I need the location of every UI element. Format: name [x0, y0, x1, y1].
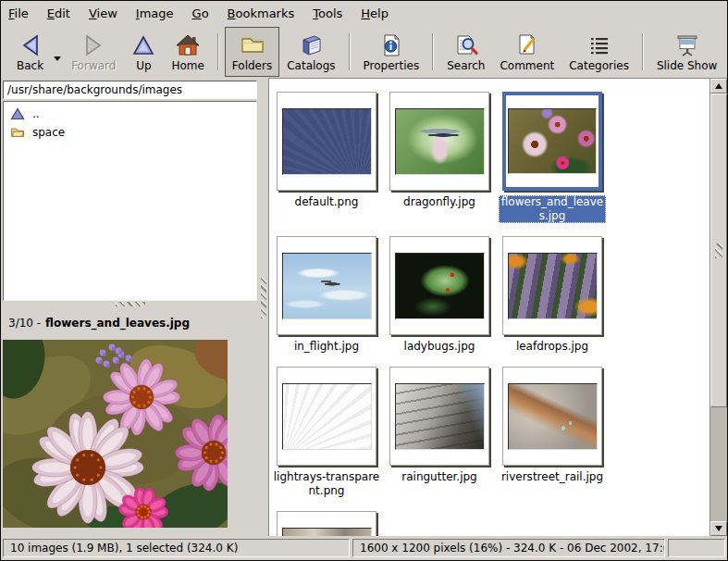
file-cell: lightrays-transparent.png — [277, 367, 376, 498]
thumbnail[interactable] — [389, 92, 489, 191]
forward-button[interactable]: Forward — [64, 27, 123, 77]
home-icon — [175, 32, 201, 58]
thumbnail[interactable] — [502, 236, 602, 335]
toolbar-button-label: Properties — [364, 59, 420, 72]
selection-filename: flowers_and_leaves.jpg — [45, 317, 190, 330]
file-cell: riverstreet_rail.jpg — [502, 367, 602, 498]
thumbnail[interactable] — [502, 367, 602, 466]
menu-bar: FileEditViewImageGoBookmarksToolsHelp — [1, 1, 727, 26]
catalogs-button[interactable]: Catalogs — [279, 27, 342, 77]
file-name[interactable]: in_flight.jpg — [273, 340, 380, 354]
menu-image[interactable]: Image — [129, 3, 181, 24]
folders-icon — [240, 32, 265, 58]
menu-help[interactable]: Help — [353, 3, 396, 24]
back-button[interactable]: Back — [9, 27, 51, 77]
vertical-pane-handle[interactable] — [1, 301, 259, 307]
folder-item-label: space — [32, 126, 65, 139]
file-name[interactable]: leafdrops.jpg — [499, 340, 606, 354]
thumbnail[interactable] — [502, 92, 602, 191]
properties-button[interactable]: Properties — [356, 27, 427, 77]
comment-icon — [514, 32, 540, 58]
thumbnail-image — [282, 383, 372, 450]
toolbar: BackForwardUpHomeFoldersCatalogsProperti… — [1, 26, 727, 78]
toolbar-button-label: Slide Show — [657, 59, 717, 72]
thumbnail[interactable] — [389, 236, 489, 335]
thumbnail-image — [282, 108, 372, 175]
file-name[interactable]: riverstreet_rail.jpg — [499, 470, 606, 484]
catalogs-icon — [298, 32, 324, 58]
selection-position: 3/10 - — [8, 317, 41, 330]
up-folder-icon — [10, 107, 25, 120]
toolbar-button-label: Home — [171, 59, 204, 72]
file-name[interactable]: default.png — [273, 195, 380, 209]
search-button[interactable]: Search — [439, 27, 492, 77]
thumbnail[interactable] — [277, 92, 376, 191]
comment-button[interactable]: Comment — [492, 27, 561, 77]
menu-bookmarks[interactable]: Bookmarks — [220, 3, 302, 24]
vertical-scrollbar[interactable] — [709, 79, 727, 536]
toolbar-button-label: Forward — [71, 59, 116, 72]
thumbnail-grid: default.pngdragonfly.jpgflowers_and_leav… — [269, 79, 710, 536]
file-name[interactable]: lightrays-transparent.png — [273, 470, 380, 498]
toolbar-button-label: Comment — [500, 59, 554, 72]
toolbar-button-label: Categories — [569, 59, 629, 72]
file-name[interactable]: ladybugs.jpg — [386, 340, 493, 354]
properties-icon — [378, 32, 404, 58]
toolbar-separator — [432, 33, 434, 70]
thumbnail-image — [282, 253, 372, 319]
toolbar-button-label: Folders — [232, 59, 272, 72]
preview-image — [1, 338, 259, 536]
scroll-up-button[interactable] — [710, 79, 727, 94]
toolbar-button-label: Catalogs — [287, 59, 335, 72]
full-screen-button[interactable]: Full Screen — [724, 27, 728, 77]
file-cell: flowers_and_leaves.jpg — [502, 92, 602, 223]
thumbnail[interactable] — [277, 367, 376, 466]
folder-item-parent[interactable]: .. — [4, 105, 256, 123]
status-bar: 10 images (1.9 MB), 1 selected (324.0 K)… — [1, 536, 727, 560]
thumbnail-image — [282, 528, 372, 537]
file-name[interactable]: flowers_and_leaves.jpg — [499, 195, 606, 223]
toolbar-separator — [217, 33, 219, 70]
file-cell: raingutter.jpg — [389, 367, 489, 498]
file-cell: leafdrops.jpg — [502, 236, 602, 354]
menu-file[interactable]: File — [1, 3, 36, 24]
thumbnail-image — [508, 383, 598, 450]
slideshow-icon — [674, 32, 700, 58]
back-history-caret[interactable] — [51, 29, 64, 75]
toolbar-button-label: Back — [17, 59, 43, 72]
file-name[interactable]: dragonfly.jpg — [386, 195, 493, 209]
search-icon — [453, 32, 479, 58]
folders-button[interactable]: Folders — [225, 27, 279, 77]
file-name[interactable]: raingutter.jpg — [386, 470, 493, 484]
status-file-count: 10 images (1.9 MB), 1 selected (324.0 K) — [3, 539, 350, 557]
file-cell: default.png — [277, 92, 376, 223]
home-button[interactable]: Home — [164, 27, 211, 77]
toolbar-button-label: Up — [136, 59, 151, 72]
file-cell: ladybugs.jpg — [389, 236, 489, 354]
thumbnail-image — [395, 108, 485, 175]
thumbnail[interactable] — [277, 236, 376, 335]
scroll-down-button[interactable] — [710, 521, 727, 536]
folder-icon — [10, 126, 25, 139]
thumbnail[interactable] — [389, 367, 489, 466]
scrollbar-thumb[interactable] — [710, 94, 727, 407]
menu-go[interactable]: Go — [185, 3, 216, 24]
thumbnail[interactable] — [277, 511, 376, 536]
menu-tools[interactable]: Tools — [305, 3, 350, 24]
pane-splitter[interactable] — [259, 78, 268, 536]
toolbar-separator — [642, 33, 644, 70]
file-cell: in_flight.jpg — [277, 236, 376, 354]
file-cell: dragonfly.jpg — [389, 92, 489, 223]
slide-show-button[interactable]: Slide Show — [649, 27, 724, 77]
scroll-up-icon — [715, 83, 722, 89]
menu-edit[interactable]: Edit — [40, 3, 78, 24]
application-window: FileEditViewImageGoBookmarksToolsHelp Ba… — [0, 0, 728, 561]
location-entry[interactable] — [3, 81, 257, 99]
categories-icon — [586, 32, 612, 58]
menu-view[interactable]: View — [81, 3, 125, 24]
scroll-down-icon — [715, 526, 722, 531]
status-spacer — [668, 539, 725, 557]
categories-button[interactable]: Categories — [561, 27, 636, 77]
up-button[interactable]: Up — [123, 27, 164, 77]
folder-item-space[interactable]: space — [4, 123, 256, 142]
